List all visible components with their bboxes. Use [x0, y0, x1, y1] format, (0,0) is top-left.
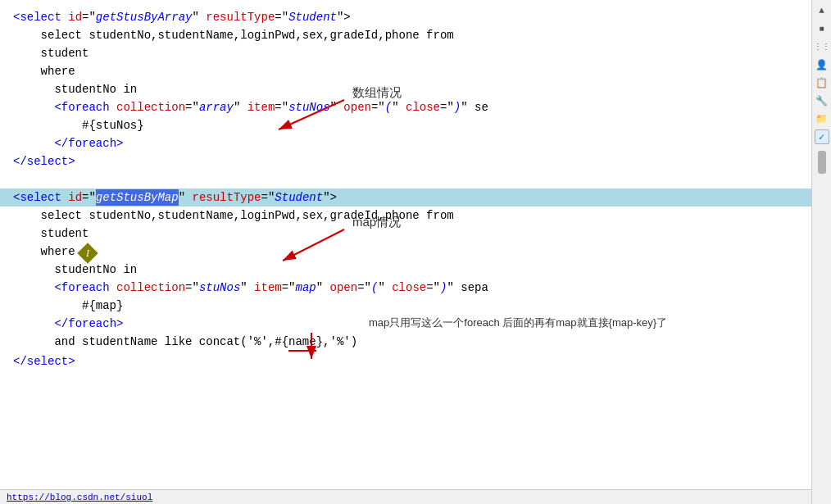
code-token: stuNos	[288, 99, 329, 116]
sidebar-icon-1[interactable]: ▲	[815, 3, 829, 18]
code-token: Student	[275, 189, 323, 206]
code-token: >	[116, 316, 123, 332]
code-token: close	[406, 99, 440, 116]
code-token	[13, 279, 54, 296]
code-token: collection	[116, 279, 185, 296]
code-token: ="	[82, 9, 96, 25]
code-line: student	[0, 44, 811, 62]
code-token: select	[27, 353, 68, 370]
code-token: Student	[288, 9, 337, 25]
code-token: open	[330, 279, 358, 296]
sidebar-icon-8[interactable]: ✓	[815, 129, 829, 144]
code-token: foreach	[61, 99, 110, 116]
code-token: "	[234, 99, 247, 116]
code-token: item	[247, 99, 275, 116]
code-token	[61, 189, 68, 206]
code-line: select studentNo,studentName,loginPwd,se…	[0, 207, 811, 225]
scrollbar-track[interactable]	[812, 151, 831, 504]
sidebar-icon-2[interactable]: ■	[815, 21, 829, 36]
code-token: "	[330, 99, 344, 116]
right-sidebar: ▲ ■ ⋮⋮ 👤 📋 🔧 📁 ✓	[811, 0, 831, 504]
code-token: "	[378, 279, 392, 296]
code-token: student	[13, 225, 89, 242]
sidebar-icon-6[interactable]: 🔧	[815, 93, 829, 108]
sidebar-icon-4[interactable]: 👤	[815, 57, 829, 72]
code-token	[13, 99, 54, 116]
code-token: "	[240, 279, 254, 296]
url-display[interactable]: https://blog.csdn.net/siuol	[7, 493, 152, 502]
code-token: ="	[185, 279, 199, 296]
code-token: "	[316, 279, 330, 296]
code-token: name	[288, 334, 316, 352]
code-line: <foreach collection="stuNos" item="map" …	[0, 279, 811, 297]
sidebar-icon-5[interactable]: 📋	[815, 75, 829, 90]
code-token: open	[343, 99, 371, 116]
code-token: getStusByArray	[96, 9, 193, 25]
code-token: select studentNo,studentName,loginPwd,se…	[13, 27, 454, 43]
code-token: },'%')	[316, 334, 357, 350]
code-line: where	[0, 62, 811, 80]
code-token: ="	[275, 9, 288, 25]
code-token: ="	[426, 279, 440, 296]
code-line: studentNo in	[0, 261, 811, 279]
code-token: <	[54, 279, 61, 296]
code-token: >	[68, 353, 75, 370]
scrollbar-thumb[interactable]	[818, 151, 826, 174]
code-token	[110, 279, 116, 296]
code-line: <select id="getStusByArray" resultType="…	[0, 8, 811, 26]
code-token: "	[192, 9, 206, 25]
bottom-bar: https://blog.csdn.net/siuol	[0, 489, 811, 504]
code-token: array	[199, 99, 234, 116]
code-token: id	[68, 189, 82, 206]
sidebar-icon-7[interactable]: 📁	[815, 111, 829, 126]
code-token: ="	[357, 279, 371, 296]
code-line-highlighted: <select id="getStusByMap" resultType="St…	[0, 188, 811, 207]
code-token: ="	[261, 189, 275, 206]
code-line: </select>	[0, 152, 811, 170]
code-token: close	[392, 279, 426, 296]
code-token: studentNo in	[13, 261, 137, 278]
code-line: </foreach>	[0, 134, 811, 152]
code-token: <	[13, 189, 20, 206]
cursor-i-letter: I	[86, 245, 89, 261]
code-content: <select id="getStusByArray" resultType="…	[0, 0, 811, 504]
code-token: "	[392, 99, 406, 116]
code-token: " sepa	[447, 279, 488, 296]
code-token: #{stuNos}	[13, 117, 144, 134]
code-token: <	[54, 99, 61, 116]
code-token: collection	[116, 99, 185, 116]
code-token: ="	[371, 99, 385, 116]
code-token: resultType	[206, 9, 275, 25]
code-token: stuNos	[199, 279, 240, 296]
code-token: >	[68, 153, 75, 170]
code-token: <	[13, 9, 20, 25]
code-token: where	[13, 63, 75, 79]
code-token: ">	[337, 9, 351, 25]
code-token: )	[454, 99, 461, 116]
code-token: " se	[461, 99, 488, 116]
code-token: </	[54, 135, 68, 152]
code-token: ="	[440, 99, 454, 116]
code-token: "	[179, 189, 193, 206]
code-token: select studentNo,studentName,loginPwd,se…	[13, 207, 454, 224]
code-token: )	[440, 279, 447, 296]
code-token: map	[296, 279, 316, 296]
code-token: and studentName like concat('%',#{	[13, 334, 288, 350]
code-token: ="	[82, 189, 96, 206]
code-token: (	[385, 99, 392, 116]
code-token: foreach	[61, 279, 110, 296]
code-token: </	[13, 353, 27, 370]
code-token: ="	[275, 99, 288, 116]
code-line: #{map}	[0, 297, 811, 315]
sidebar-icon-3[interactable]: ⋮⋮	[815, 39, 829, 54]
code-token: ">	[323, 189, 337, 206]
code-token: #{map}	[13, 297, 123, 314]
code-token: </	[54, 316, 68, 332]
code-token	[110, 99, 116, 116]
code-line: select studentNo,studentName,loginPwd,se…	[0, 26, 811, 44]
code-token: studentNo in	[13, 81, 137, 98]
code-token: </	[13, 153, 27, 170]
code-line: <foreach collection="array" item="stuNos…	[0, 98, 811, 116]
code-token: ="	[185, 99, 199, 116]
code-token: student	[13, 45, 89, 61]
